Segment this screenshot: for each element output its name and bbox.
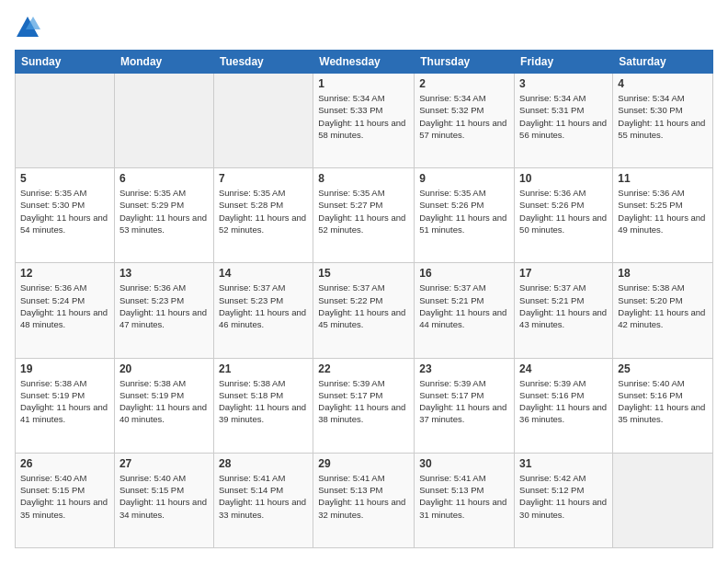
day-number: 2: [419, 77, 509, 90]
calendar-cell: 1Sunrise: 5:34 AMSunset: 5:33 PMDaylight…: [313, 74, 415, 168]
day-info: Sunrise: 5:34 AMSunset: 5:32 PMDaylight:…: [419, 92, 509, 141]
calendar-cell: 7Sunrise: 5:35 AMSunset: 5:28 PMDaylight…: [213, 168, 313, 263]
day-info: Sunrise: 5:35 AMSunset: 5:29 PMDaylight:…: [119, 187, 209, 236]
calendar-cell: [114, 74, 213, 168]
day-number: 29: [318, 457, 409, 470]
day-info: Sunrise: 5:38 AMSunset: 5:19 PMDaylight:…: [119, 377, 209, 426]
day-info: Sunrise: 5:36 AMSunset: 5:24 PMDaylight:…: [20, 282, 109, 330]
day-info: Sunrise: 5:39 AMSunset: 5:17 PMDaylight:…: [419, 377, 509, 426]
day-info: Sunrise: 5:37 AMSunset: 5:23 PMDaylight:…: [219, 282, 308, 330]
day-info: Sunrise: 5:38 AMSunset: 5:19 PMDaylight:…: [20, 377, 109, 426]
calendar-cell: 6Sunrise: 5:35 AMSunset: 5:29 PMDaylight…: [114, 168, 213, 263]
day-number: 27: [119, 457, 209, 470]
week-row-2: 5Sunrise: 5:35 AMSunset: 5:30 PMDaylight…: [16, 168, 713, 263]
day-info: Sunrise: 5:36 AMSunset: 5:25 PMDaylight:…: [618, 187, 708, 236]
day-info: Sunrise: 5:39 AMSunset: 5:16 PMDaylight:…: [519, 377, 608, 426]
calendar-cell: 23Sunrise: 5:39 AMSunset: 5:17 PMDayligh…: [415, 358, 515, 453]
weekday-header-tuesday: Tuesday: [213, 51, 313, 74]
weekday-header-row: SundayMondayTuesdayWednesdayThursdayFrid…: [16, 51, 713, 74]
week-row-3: 12Sunrise: 5:36 AMSunset: 5:24 PMDayligh…: [16, 263, 713, 358]
day-number: 11: [618, 172, 708, 185]
day-number: 16: [419, 267, 509, 280]
day-info: Sunrise: 5:38 AMSunset: 5:20 PMDaylight:…: [618, 282, 708, 330]
calendar-cell: 5Sunrise: 5:35 AMSunset: 5:30 PMDaylight…: [16, 168, 115, 263]
week-row-1: 1Sunrise: 5:34 AMSunset: 5:33 PMDaylight…: [16, 74, 713, 168]
day-info: Sunrise: 5:37 AMSunset: 5:21 PMDaylight:…: [419, 282, 509, 330]
day-number: 10: [519, 172, 608, 185]
calendar-cell: 25Sunrise: 5:40 AMSunset: 5:16 PMDayligh…: [613, 358, 713, 453]
calendar-cell: 31Sunrise: 5:42 AMSunset: 5:12 PMDayligh…: [515, 453, 613, 547]
day-info: Sunrise: 5:35 AMSunset: 5:27 PMDaylight:…: [318, 187, 409, 236]
day-number: 3: [519, 77, 608, 90]
calendar-cell: 9Sunrise: 5:35 AMSunset: 5:26 PMDaylight…: [415, 168, 515, 263]
calendar-cell: 3Sunrise: 5:34 AMSunset: 5:31 PMDaylight…: [515, 74, 613, 168]
weekday-header-wednesday: Wednesday: [313, 51, 415, 74]
day-number: 21: [219, 362, 308, 375]
day-info: Sunrise: 5:38 AMSunset: 5:18 PMDaylight:…: [219, 377, 308, 426]
calendar-table: SundayMondayTuesdayWednesdayThursdayFrid…: [15, 50, 713, 548]
day-info: Sunrise: 5:41 AMSunset: 5:13 PMDaylight:…: [419, 472, 509, 521]
calendar-cell: 15Sunrise: 5:37 AMSunset: 5:22 PMDayligh…: [313, 263, 415, 358]
calendar-cell: 21Sunrise: 5:38 AMSunset: 5:18 PMDayligh…: [213, 358, 313, 453]
day-number: 28: [219, 457, 308, 470]
day-number: 31: [519, 457, 608, 470]
day-number: 25: [618, 362, 708, 375]
calendar-cell: [613, 453, 713, 547]
day-number: 12: [20, 267, 109, 280]
day-number: 5: [20, 172, 109, 185]
day-info: Sunrise: 5:35 AMSunset: 5:28 PMDaylight:…: [219, 187, 308, 236]
day-number: 24: [519, 362, 608, 375]
calendar-cell: 2Sunrise: 5:34 AMSunset: 5:32 PMDaylight…: [415, 74, 515, 168]
day-number: 22: [318, 362, 409, 375]
week-row-5: 26Sunrise: 5:40 AMSunset: 5:15 PMDayligh…: [16, 453, 713, 547]
day-info: Sunrise: 5:37 AMSunset: 5:21 PMDaylight:…: [519, 282, 608, 330]
calendar-cell: 13Sunrise: 5:36 AMSunset: 5:23 PMDayligh…: [114, 263, 213, 358]
calendar-cell: 16Sunrise: 5:37 AMSunset: 5:21 PMDayligh…: [415, 263, 515, 358]
logo: [15, 15, 44, 40]
day-info: Sunrise: 5:36 AMSunset: 5:23 PMDaylight:…: [119, 282, 209, 330]
day-info: Sunrise: 5:35 AMSunset: 5:30 PMDaylight:…: [20, 187, 109, 236]
weekday-header-sunday: Sunday: [16, 51, 115, 74]
day-number: 1: [318, 77, 409, 90]
day-info: Sunrise: 5:41 AMSunset: 5:14 PMDaylight:…: [219, 472, 308, 521]
calendar-cell: 18Sunrise: 5:38 AMSunset: 5:20 PMDayligh…: [613, 263, 713, 358]
calendar-cell: 28Sunrise: 5:41 AMSunset: 5:14 PMDayligh…: [213, 453, 313, 547]
logo-icon: [15, 15, 40, 40]
day-number: 20: [119, 362, 209, 375]
calendar-cell: [16, 74, 115, 168]
calendar-body: 1Sunrise: 5:34 AMSunset: 5:33 PMDaylight…: [16, 74, 713, 548]
calendar-cell: 30Sunrise: 5:41 AMSunset: 5:13 PMDayligh…: [415, 453, 515, 547]
calendar-cell: 14Sunrise: 5:37 AMSunset: 5:23 PMDayligh…: [213, 263, 313, 358]
day-number: 15: [318, 267, 409, 280]
day-number: 4: [618, 77, 708, 90]
day-info: Sunrise: 5:34 AMSunset: 5:30 PMDaylight:…: [618, 92, 708, 141]
day-info: Sunrise: 5:37 AMSunset: 5:22 PMDaylight:…: [318, 282, 409, 330]
day-number: 19: [20, 362, 109, 375]
weekday-header-friday: Friday: [515, 51, 613, 74]
day-number: 14: [219, 267, 308, 280]
day-info: Sunrise: 5:34 AMSunset: 5:31 PMDaylight:…: [519, 92, 608, 141]
day-number: 17: [519, 267, 608, 280]
calendar-cell: [213, 74, 313, 168]
day-info: Sunrise: 5:40 AMSunset: 5:15 PMDaylight:…: [119, 472, 209, 521]
calendar-cell: 29Sunrise: 5:41 AMSunset: 5:13 PMDayligh…: [313, 453, 415, 547]
day-number: 18: [618, 267, 708, 280]
calendar-cell: 20Sunrise: 5:38 AMSunset: 5:19 PMDayligh…: [114, 358, 213, 453]
day-number: 9: [419, 172, 509, 185]
header: [15, 15, 713, 40]
day-number: 13: [119, 267, 209, 280]
weekday-header-saturday: Saturday: [613, 51, 713, 74]
day-info: Sunrise: 5:40 AMSunset: 5:16 PMDaylight:…: [618, 377, 708, 426]
calendar-cell: 17Sunrise: 5:37 AMSunset: 5:21 PMDayligh…: [515, 263, 613, 358]
day-info: Sunrise: 5:42 AMSunset: 5:12 PMDaylight:…: [519, 472, 608, 521]
calendar-cell: 26Sunrise: 5:40 AMSunset: 5:15 PMDayligh…: [16, 453, 115, 547]
calendar-cell: 4Sunrise: 5:34 AMSunset: 5:30 PMDaylight…: [613, 74, 713, 168]
weekday-header-monday: Monday: [114, 51, 213, 74]
week-row-4: 19Sunrise: 5:38 AMSunset: 5:19 PMDayligh…: [16, 358, 713, 453]
day-info: Sunrise: 5:36 AMSunset: 5:26 PMDaylight:…: [519, 187, 608, 236]
page: SundayMondayTuesdayWednesdayThursdayFrid…: [0, 0, 728, 563]
calendar-cell: 11Sunrise: 5:36 AMSunset: 5:25 PMDayligh…: [613, 168, 713, 263]
calendar-cell: 12Sunrise: 5:36 AMSunset: 5:24 PMDayligh…: [16, 263, 115, 358]
day-info: Sunrise: 5:39 AMSunset: 5:17 PMDaylight:…: [318, 377, 409, 426]
calendar-cell: 10Sunrise: 5:36 AMSunset: 5:26 PMDayligh…: [515, 168, 613, 263]
